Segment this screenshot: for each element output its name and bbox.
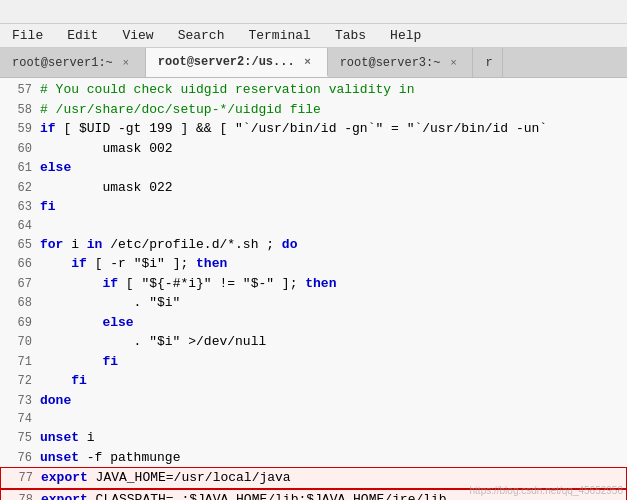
line-number: 66	[4, 255, 32, 273]
line-number: 76	[4, 449, 32, 467]
line-number: 77	[5, 469, 33, 487]
line-number: 69	[4, 314, 32, 332]
line-content: . "$i" >/dev/null	[40, 332, 266, 352]
code-line: 60 umask 002	[0, 139, 627, 159]
line-number: 64	[4, 217, 32, 235]
line-content: if [ "${-#*i}" != "$-" ]; then	[40, 274, 336, 294]
line-content: . "$i"	[40, 293, 180, 313]
code-line: 67 if [ "${-#*i}" != "$-" ]; then	[0, 274, 627, 294]
line-number: 59	[4, 120, 32, 138]
code-line: 63fi	[0, 197, 627, 217]
line-number: 71	[4, 353, 32, 371]
tab-server3[interactable]: root@server3:~ ×	[328, 48, 474, 77]
tab-server4[interactable]: r	[473, 48, 503, 77]
line-content: # You could check uidgid reservation val…	[40, 80, 414, 100]
line-content: umask 002	[40, 139, 173, 159]
code-line: 59if [ $UID -gt 199 ] && [ "`/usr/bin/id…	[0, 119, 627, 139]
code-line: 61else	[0, 158, 627, 178]
line-number: 63	[4, 198, 32, 216]
line-content: fi	[40, 352, 118, 372]
tab-server2[interactable]: root@server2:/us... ×	[146, 48, 328, 77]
line-number: 57	[4, 81, 32, 99]
menu-help[interactable]: Help	[386, 26, 425, 45]
code-line: 68 . "$i"	[0, 293, 627, 313]
menu-search[interactable]: Search	[174, 26, 229, 45]
line-content: if [ -r "$i" ]; then	[40, 254, 227, 274]
line-content: else	[40, 313, 134, 333]
code-line: 66 if [ -r "$i" ]; then	[0, 254, 627, 274]
line-content: export JAVA_HOME=/usr/local/java	[41, 468, 291, 488]
line-number: 62	[4, 179, 32, 197]
line-number: 74	[4, 410, 32, 428]
code-line: 70 . "$i" >/dev/null	[0, 332, 627, 352]
tab-server1-label: root@server1:~	[12, 56, 113, 70]
code-line: 64	[0, 217, 627, 235]
code-line: 65for i in /etc/profile.d/*.sh ; do	[0, 235, 627, 255]
line-number: 61	[4, 159, 32, 177]
line-number: 73	[4, 392, 32, 410]
code-line: 58# /usr/share/doc/setup-*/uidgid file	[0, 100, 627, 120]
line-number: 75	[4, 429, 32, 447]
tab-server4-label: r	[485, 56, 492, 70]
line-content: # /usr/share/doc/setup-*/uidgid file	[40, 100, 321, 120]
line-number: 68	[4, 294, 32, 312]
terminal-body: 57# You could check uidgid reservation v…	[0, 78, 627, 500]
line-number: 65	[4, 236, 32, 254]
line-number: 60	[4, 140, 32, 158]
menubar	[0, 0, 627, 24]
tab-server1[interactable]: root@server1:~ ×	[0, 48, 146, 77]
code-line: 75unset i	[0, 428, 627, 448]
line-content: export CLASSPATH=.:$JAVA_HOME/lib:$JAVA_…	[41, 490, 447, 501]
code-line: 73done	[0, 391, 627, 411]
code-line: 72 fi	[0, 371, 627, 391]
line-content: if [ $UID -gt 199 ] && [ "`/usr/bin/id -…	[40, 119, 547, 139]
tab-server2-label: root@server2:/us...	[158, 55, 295, 69]
line-content: unset -f pathmunge	[40, 448, 180, 468]
line-content: unset i	[40, 428, 95, 448]
code-line: 74	[0, 410, 627, 428]
code-line: 76unset -f pathmunge	[0, 448, 627, 468]
line-content: umask 022	[40, 178, 173, 198]
line-number: 78	[5, 491, 33, 501]
line-number: 70	[4, 333, 32, 351]
watermark: https://blog.csdn.net/qq_45652958	[470, 485, 623, 496]
code-line: 71 fi	[0, 352, 627, 372]
menu-file[interactable]: File	[8, 26, 47, 45]
line-number: 58	[4, 101, 32, 119]
code-line: 69 else	[0, 313, 627, 333]
menu-terminal[interactable]: Terminal	[244, 26, 314, 45]
tab-server3-close[interactable]: ×	[446, 56, 460, 70]
tab-bar: root@server1:~ × root@server2:/us... × r…	[0, 48, 627, 78]
tab-server3-label: root@server3:~	[340, 56, 441, 70]
line-content: done	[40, 391, 71, 411]
line-number: 72	[4, 372, 32, 390]
menu-tabs[interactable]: Tabs	[331, 26, 370, 45]
line-content: fi	[40, 197, 56, 217]
menubar-row: File Edit View Search Terminal Tabs Help	[0, 24, 627, 48]
tab-server2-close[interactable]: ×	[301, 55, 315, 69]
line-content: for i in /etc/profile.d/*.sh ; do	[40, 235, 297, 255]
code-line: 57# You could check uidgid reservation v…	[0, 80, 627, 100]
menu-view[interactable]: View	[118, 26, 157, 45]
menu-edit[interactable]: Edit	[63, 26, 102, 45]
line-content: else	[40, 158, 71, 178]
tab-server1-close[interactable]: ×	[119, 56, 133, 70]
line-content: fi	[40, 371, 87, 391]
line-number: 67	[4, 275, 32, 293]
code-area: 57# You could check uidgid reservation v…	[0, 80, 627, 500]
code-line: 62 umask 022	[0, 178, 627, 198]
